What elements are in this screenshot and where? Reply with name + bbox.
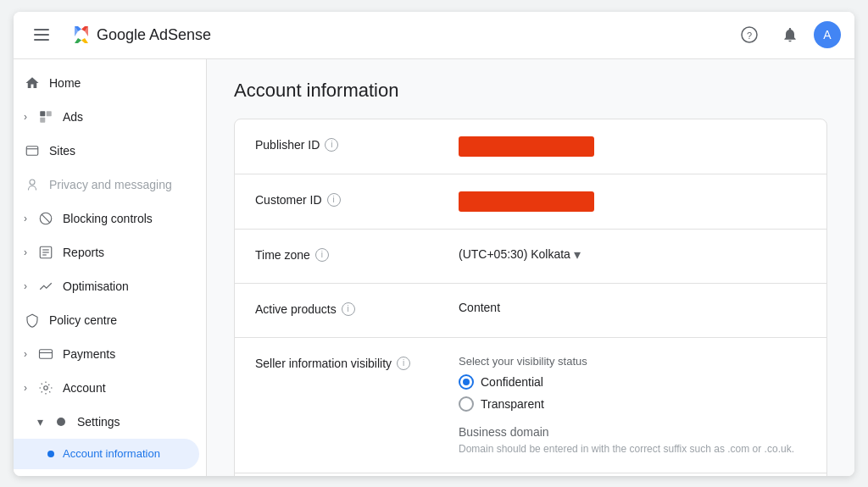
help-button[interactable]: ? [732, 18, 766, 52]
seller-visibility-info-icon[interactable]: i [397, 357, 410, 370]
optimisation-icon [37, 278, 54, 295]
active-products-row: Active products i Content [235, 284, 826, 338]
sidebar-item-sites[interactable]: Sites [14, 134, 199, 168]
main-content: Account information Publisher ID i Custo… [207, 59, 854, 476]
svg-line-9 [42, 214, 50, 223]
ads-chevron-icon: › [24, 111, 27, 123]
publisher-id-row: Publisher ID i [235, 119, 826, 174]
sidebar-item-blocking[interactable]: › Blocking controls [14, 202, 199, 235]
sidebar-label-privacy: Privacy and messaging [49, 178, 172, 191]
seller-visibility-label: Seller information visibility i [255, 355, 459, 370]
radio-confidential-circle [459, 374, 474, 390]
publisher-id-value [459, 136, 806, 157]
business-domain: Business domain Domain should be entered… [459, 425, 806, 457]
payments-icon [37, 346, 54, 362]
account-status-row: Account Status Open [235, 473, 826, 475]
radio-group: Confidential Transparent [459, 374, 806, 412]
optimisation-chevron-icon: › [24, 280, 27, 292]
sidebar-item-optimisation[interactable]: › Optimisation [14, 269, 199, 303]
privacy-icon [24, 176, 41, 193]
account-icon [37, 379, 54, 396]
publisher-id-label: Publisher ID i [255, 136, 459, 152]
page-title: Account information [234, 80, 827, 102]
menu-button[interactable] [27, 18, 61, 52]
svg-rect-14 [40, 349, 53, 358]
seller-visibility-value: Select your visibility status Confidenti… [459, 355, 806, 457]
radio-hint: Select your visibility status [459, 355, 806, 368]
sidebar-label-settings: Settings [77, 415, 120, 429]
radio-confidential[interactable]: Confidential [459, 374, 806, 390]
help-icon: ? [741, 26, 758, 43]
sidebar-label-reports: Reports [63, 246, 104, 259]
timezone-row: Time zone i (UTC+05:30) Kolkata ▾ [235, 230, 826, 284]
svg-point-16 [44, 385, 48, 390]
sidebar-item-reports[interactable]: › Reports [14, 235, 199, 269]
business-domain-title: Business domain [459, 425, 806, 439]
google-logo-icon [71, 25, 92, 45]
blocking-chevron-icon: › [24, 213, 27, 224]
timezone-label: Time zone i [255, 246, 459, 262]
sidebar-item-policy[interactable]: Policy centre [14, 303, 199, 337]
sidebar-item-privacy: Privacy and messaging [14, 168, 199, 202]
radio-transparent[interactable]: Transparent [459, 396, 806, 412]
policy-icon [24, 312, 41, 329]
header: Google AdSense ? A [14, 12, 854, 59]
app-window: Google AdSense ? A [14, 12, 854, 476]
sidebar-label-account-information: Account information [63, 447, 160, 460]
active-products-label: Active products i [255, 301, 459, 316]
customer-id-row: Customer ID i [235, 174, 826, 230]
avatar[interactable]: A [814, 21, 841, 48]
svg-rect-4 [40, 117, 45, 122]
sidebar-item-account[interactable]: › Account [14, 371, 199, 405]
reports-chevron-icon: › [24, 246, 27, 258]
publisher-id-redacted [459, 136, 594, 157]
blocking-icon [37, 210, 54, 227]
sidebar-label-sites: Sites [49, 144, 75, 158]
timezone-chevron-icon: ▾ [574, 246, 581, 263]
radio-transparent-circle [459, 396, 474, 412]
sidebar-item-home[interactable]: Home [14, 66, 199, 100]
sidebar-label-payments: Payments [63, 347, 115, 361]
publisher-id-info-icon[interactable]: i [325, 138, 338, 152]
account-chevron-icon: › [24, 382, 27, 394]
customer-id-label: Customer ID i [255, 191, 459, 207]
ads-icon [37, 108, 54, 125]
sidebar-label-policy: Policy centre [49, 313, 117, 327]
sidebar-label-home: Home [49, 76, 81, 90]
customer-id-info-icon[interactable]: i [327, 193, 341, 207]
sites-icon [24, 142, 41, 159]
bell-icon [782, 26, 798, 43]
timezone-info-icon[interactable]: i [315, 248, 329, 262]
home-icon [24, 75, 41, 91]
sidebar-item-ads[interactable]: › Ads [14, 100, 199, 134]
timezone-select[interactable]: (UTC+05:30) Kolkata ▾ [459, 246, 806, 263]
svg-point-7 [30, 180, 35, 185]
reports-icon [37, 244, 54, 261]
settings-chevron-icon: ▾ [37, 415, 43, 429]
sidebar-item-account-information[interactable]: Account information [14, 439, 199, 469]
brand-name: Google AdSense [97, 26, 211, 44]
header-actions: ? A [732, 18, 841, 52]
customer-id-redacted [459, 191, 594, 212]
sidebar-item-payments[interactable]: › Payments [14, 337, 199, 371]
sidebar-item-personal-settings[interactable]: Personal settings [14, 469, 199, 476]
svg-rect-3 [47, 111, 52, 116]
notifications-button[interactable] [773, 18, 807, 52]
svg-rect-5 [26, 146, 38, 155]
app-body: Home › Ads Sites Privacy and messagi [14, 59, 854, 476]
hamburger-icon [34, 25, 54, 45]
svg-text:?: ? [747, 30, 752, 41]
sidebar-label-ads: Ads [63, 110, 83, 124]
active-products-value: Content [459, 301, 806, 314]
sidebar-label-optimisation: Optimisation [63, 279, 129, 293]
account-info-card: Publisher ID i Customer ID i [234, 119, 827, 476]
header-left: Google AdSense [27, 18, 214, 52]
timezone-value: (UTC+05:30) Kolkata ▾ [459, 246, 806, 263]
sidebar: Home › Ads Sites Privacy and messagi [14, 59, 207, 476]
payments-chevron-icon: › [24, 348, 27, 360]
sidebar-item-settings[interactable]: ▾ Settings [14, 405, 199, 439]
business-domain-desc: Domain should be entered in with the cor… [459, 442, 806, 457]
active-products-info-icon[interactable]: i [342, 302, 355, 316]
settings-dot-icon [57, 418, 65, 426]
customer-id-value [459, 191, 806, 212]
